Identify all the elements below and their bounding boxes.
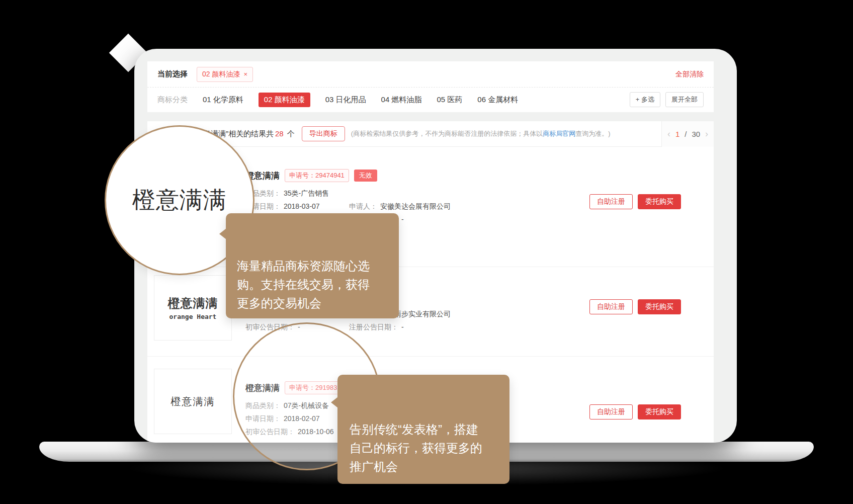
category-item-01[interactable]: 01 化学原料 <box>203 95 243 105</box>
filter-panel: 当前选择 02 颜料油漆 × 全部清除 商标分类 01 化学原料 02 颜料油漆… <box>147 61 714 112</box>
results-count: 28 <box>274 129 285 138</box>
magnified-trademark-text: 橙意满满 <box>132 185 227 216</box>
page-total: 30 <box>692 130 700 138</box>
category-row: 商标分类 01 化学原料 02 颜料油漆 03 日化用品 04 燃料油脂 05 … <box>147 88 714 112</box>
application-number-tag: 申请号：29474941 <box>285 169 349 182</box>
trademark-office-link[interactable]: 商标局官网 <box>543 130 575 137</box>
tooltip-arrow-left-icon <box>219 228 226 239</box>
tooltip-arrow-left-icon <box>331 397 338 408</box>
remove-tag-icon[interactable]: × <box>243 70 247 78</box>
category-tools: + 多选 展开全部 <box>630 92 704 107</box>
application-number-label: 申请号： <box>289 172 315 179</box>
pagination: ‹ 1 / 30 › <box>661 121 714 147</box>
category-value: 35类-广告销售 <box>284 189 329 197</box>
selected-filter-tag[interactable]: 02 颜料油漆 × <box>197 67 253 82</box>
trademark-image-subtext: orange Heart <box>169 313 217 320</box>
chevron-right-icon[interactable]: › <box>705 129 708 139</box>
category-item-06[interactable]: 06 金属材料 <box>477 95 518 105</box>
stage: 当前选择 02 颜料油漆 × 全部清除 商标分类 01 化学原料 02 颜料油漆… <box>0 0 853 504</box>
status-badge-invalid: 无效 <box>354 170 377 182</box>
multi-select-button[interactable]: + 多选 <box>630 92 660 107</box>
expand-all-button[interactable]: 展开全部 <box>665 92 704 107</box>
entrust-buy-button[interactable]: 委托购买 <box>638 194 681 209</box>
applicant-value: 安徽美达会展有限公司 <box>380 202 451 210</box>
current-selection-label: 当前选择 <box>157 69 188 79</box>
category-item-05[interactable]: 05 医药 <box>437 95 462 105</box>
tooltip-promotion: 告别传统“发表格”，搭建 自己的标行，获得更多的 推广机会 <box>337 375 509 484</box>
clear-all-link[interactable]: 全部清除 <box>675 70 704 79</box>
trademark-image-text: 橙意满满 <box>171 395 215 408</box>
application-number-value: 29474941 <box>315 172 345 179</box>
entrust-buy-button[interactable]: 委托购买 <box>638 299 681 314</box>
row-actions-2: 自助注册 委托购买 <box>589 299 681 314</box>
app-date-value: 2018-03-07 <box>284 202 320 210</box>
current-selection-row: 当前选择 02 颜料油漆 × 全部清除 <box>147 61 714 88</box>
self-register-button[interactable]: 自助注册 <box>589 299 633 314</box>
category-item-04[interactable]: 04 燃料油脂 <box>381 95 422 105</box>
disclaimer-post: 查询为准。) <box>575 130 610 137</box>
row-actions-3: 自助注册 委托购买 <box>589 404 681 419</box>
results-header: 为您检索到“橙意满满”相关的结果共28 个 导出商标 (商标检索结果仅供参考，不… <box>147 121 714 147</box>
chevron-left-icon[interactable]: ‹ <box>667 129 670 139</box>
page-current: 1 <box>675 130 679 138</box>
reg-pub-value: - <box>401 323 404 331</box>
row-actions-1: 自助注册 委托购买 <box>589 194 681 209</box>
tooltip-marketplace: 海量精品商标资源随心选 购。支持在线交易，获得 更多的交易机会 <box>226 213 399 318</box>
tooltip-promotion-text: 告别传统“发表格”，搭建 自己的标行，获得更多的 推广机会 <box>350 423 482 473</box>
results-summary-suffix: 个 <box>285 129 295 138</box>
page-separator: / <box>685 130 687 138</box>
entrust-buy-button[interactable]: 委托购买 <box>638 404 681 419</box>
self-register-button[interactable]: 自助注册 <box>589 194 633 209</box>
export-trademarks-button[interactable]: 导出商标 <box>302 126 345 141</box>
trademark-image-2[interactable]: 橙意满满 orange Heart <box>154 275 232 341</box>
tooltip-marketplace-text: 海量精品商标资源随心选 购。支持在线交易，获得 更多的交易机会 <box>237 259 370 310</box>
trademark-image-text: 橙意满满 <box>168 295 218 311</box>
applicant-label: 申请人： <box>349 202 377 210</box>
disclaimer-pre: (商标检索结果仅供参考，不作为商标能否注册的法律依据；具体以 <box>351 130 543 137</box>
selected-filter-tag-text: 02 颜料油漆 <box>202 70 240 79</box>
self-register-button[interactable]: 自助注册 <box>589 404 633 419</box>
category-item-03[interactable]: 03 日化用品 <box>325 95 366 105</box>
reg-pub-label: 注册公告日期： <box>349 323 398 331</box>
trademark-image-3[interactable]: 橙意满满 <box>154 369 232 434</box>
category-item-02-selected[interactable]: 02 颜料油漆 <box>259 93 310 107</box>
category-row-label: 商标分类 <box>157 95 188 105</box>
reg-pub-value: - <box>401 215 404 223</box>
disclaimer-text: (商标检索结果仅供参考，不作为商标能否注册的法律依据；具体以商标局官网查询为准。… <box>351 129 611 138</box>
